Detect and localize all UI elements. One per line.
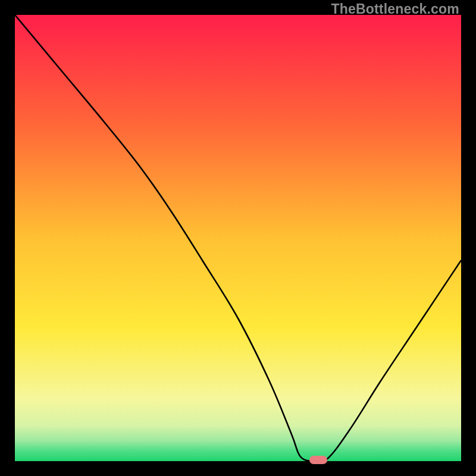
optimum-marker xyxy=(309,456,327,464)
plot-area xyxy=(15,15,461,461)
watermark-text: TheBottleneck.com xyxy=(331,1,459,17)
bottleneck-curve xyxy=(15,15,461,461)
chart-frame: TheBottleneck.com xyxy=(0,0,476,476)
